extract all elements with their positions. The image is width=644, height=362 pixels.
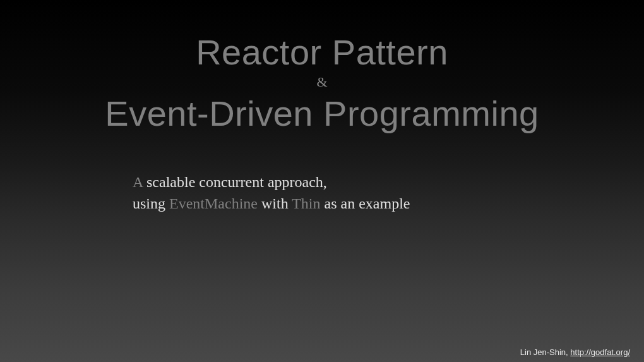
- footer-author: Lin Jen-Shin,: [520, 347, 571, 357]
- footer: Lin Jen-Shin, http://godfat.org/: [520, 347, 630, 357]
- subtitle-block: A scalable concurrent approach, using Ev…: [133, 172, 625, 214]
- title-ampersand: &: [19, 74, 625, 90]
- subtitle-part2c: as an example: [321, 195, 410, 212]
- title-line1: Reactor Pattern: [19, 32, 625, 73]
- subtitle-line1: A scalable concurrent approach,: [133, 172, 625, 193]
- subtitle-eventmachine: EventMachine: [169, 195, 258, 212]
- footer-link[interactable]: http://godfat.org/: [570, 347, 630, 357]
- subtitle-part2b: with: [258, 195, 292, 212]
- subtitle-thin: Thin: [292, 195, 320, 212]
- subtitle-line2: using EventMachine with Thin as an examp…: [133, 193, 625, 215]
- subtitle-part2a: using: [133, 195, 169, 212]
- slide: Reactor Pattern & Event-Driven Programmi…: [0, 0, 644, 362]
- subtitle-part1: scalable concurrent approach,: [143, 174, 327, 190]
- title-line2: Event-Driven Programming: [19, 93, 625, 134]
- title-block: Reactor Pattern & Event-Driven Programmi…: [19, 0, 625, 134]
- subtitle-dim-a: A: [133, 174, 143, 190]
